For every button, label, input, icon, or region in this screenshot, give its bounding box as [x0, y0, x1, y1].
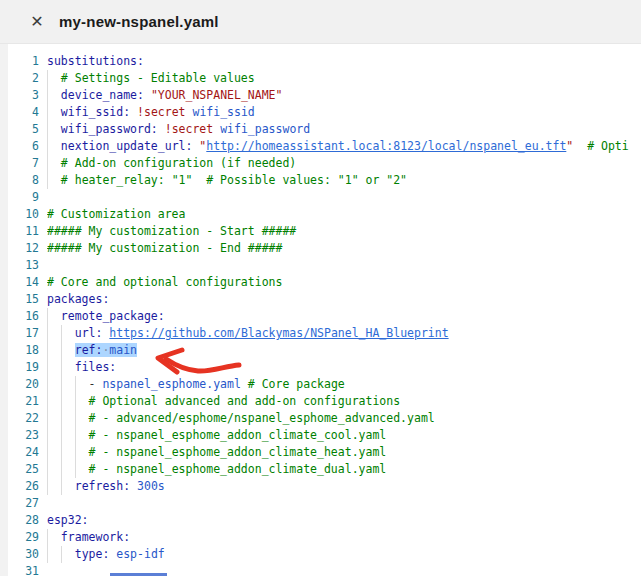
line-content[interactable]: framework:: [47, 529, 641, 546]
token-key: esp32:: [47, 513, 89, 527]
token-pl: [130, 105, 137, 119]
line-content[interactable]: ##### My customization - End #####: [47, 240, 641, 257]
line-content[interactable]: # - advanced/esphome/nspanel_esphome_adv…: [47, 410, 641, 427]
token-pl: [47, 445, 89, 459]
line-content[interactable]: wifi_ssid: !secret wifi_ssid: [47, 104, 641, 121]
code-editor[interactable]: 1substitutions:2 # Settings - Editable v…: [0, 44, 641, 576]
line-content[interactable]: [47, 257, 641, 274]
line-content[interactable]: # Optional advanced and add-on configura…: [47, 393, 641, 410]
indent-guide: [75, 444, 76, 461]
line-content[interactable]: # Add-on configuration (if needed): [47, 155, 641, 172]
indent-guide: [75, 427, 76, 444]
token-lnk: https://github.com/Blackymas/NSPanel_HA_…: [109, 326, 448, 340]
code-line-29[interactable]: 29 framework:: [0, 529, 641, 546]
token-val: nspanel_esphome.yaml: [102, 377, 240, 391]
token-key: substitutions:: [47, 54, 144, 68]
line-content[interactable]: nextion_update_url: "http://homeassistan…: [47, 138, 641, 155]
code-line-28[interactable]: 28esp32:: [0, 512, 641, 529]
editor-tab-bar: ✕ my-new-nspanel.yaml: [0, 0, 641, 44]
code-line-27[interactable]: 27: [0, 495, 641, 512]
indent-guide: [47, 427, 48, 444]
token-pl: [47, 394, 89, 408]
code-line-13[interactable]: 13: [0, 257, 641, 274]
indent-guide: [75, 410, 76, 427]
code-line-21[interactable]: 21 # Optional advanced and add-on config…: [0, 393, 641, 410]
token-tag: !secret: [165, 122, 213, 136]
code-line-18[interactable]: 18 ref:·main: [0, 342, 641, 359]
line-content[interactable]: substitutions:: [47, 53, 641, 70]
editor-left-margin: [0, 44, 8, 576]
line-content[interactable]: [47, 189, 641, 206]
line-content[interactable]: wifi_password: !secret wifi_password: [47, 121, 641, 138]
code-line-3[interactable]: 3 device_name: "YOUR_NSPANEL_NAME": [0, 87, 641, 104]
token-val: 300s: [137, 479, 165, 493]
token-val: wifi_ssid: [192, 105, 254, 119]
line-content[interactable]: url: https://github.com/Blackymas/NSPane…: [47, 325, 641, 342]
token-lnk: http://homeassistant.local:8123/local/ns…: [206, 139, 566, 153]
line-content[interactable]: esp32:: [47, 512, 641, 529]
token-key: framework:: [61, 530, 130, 544]
code-line-5[interactable]: 5 wifi_password: !secret wifi_password: [0, 121, 641, 138]
token-pl: [47, 88, 61, 102]
code-line-8[interactable]: 8 # heater_relay: "1" # Possible values:…: [0, 172, 641, 189]
line-content[interactable]: # - nspanel_esphome_addon_climate_cool.y…: [47, 427, 641, 444]
indent-guide: [47, 359, 48, 376]
code-line-16[interactable]: 16 remote_package:: [0, 308, 641, 325]
code-line-10[interactable]: 10# Customization area: [0, 206, 641, 223]
code-line-20[interactable]: 20 - nspanel_esphome.yaml # Core package: [0, 376, 641, 393]
code-line-17[interactable]: 17 url: https://github.com/Blackymas/NSP…: [0, 325, 641, 342]
indent-guide: [61, 376, 62, 393]
code-line-6[interactable]: 6 nextion_update_url: "http://homeassist…: [0, 138, 641, 155]
line-content[interactable]: # Settings - Editable values: [47, 70, 641, 87]
code-line-30[interactable]: 30 type: esp-idf: [0, 546, 641, 563]
code-line-25[interactable]: 25 # - nspanel_esphome_addon_climate_dua…: [0, 461, 641, 478]
token-val: wifi_password: [220, 122, 310, 136]
token-cmt: ##### My customization - End #####: [47, 241, 282, 255]
code-line-1[interactable]: 1substitutions:: [0, 53, 641, 70]
indent-guide: [47, 325, 48, 342]
code-line-14[interactable]: 14# Core and optional configurations: [0, 274, 641, 291]
token-key: wifi_ssid:: [61, 105, 130, 119]
code-line-12[interactable]: 12##### My customization - End #####: [0, 240, 641, 257]
line-content[interactable]: refresh: 300s: [47, 478, 641, 495]
line-content[interactable]: remote_package:: [47, 308, 641, 325]
line-content[interactable]: ref:·main: [47, 342, 641, 359]
line-content[interactable]: device_name: "YOUR_NSPANEL_NAME": [47, 87, 641, 104]
code-line-4[interactable]: 4 wifi_ssid: !secret wifi_ssid: [0, 104, 641, 121]
line-content[interactable]: ##### My customization - Start #####: [47, 223, 641, 240]
line-content[interactable]: - nspanel_esphome.yaml # Core package: [47, 376, 641, 393]
line-content[interactable]: # - nspanel_esphome_addon_climate_dual.y…: [47, 461, 641, 478]
token-cmt: # Customization area: [47, 207, 185, 221]
token-cmt: # - advanced/esphome/nspanel_esphome_adv…: [89, 411, 435, 425]
token-cmt: # Add-on configuration (if needed): [61, 156, 296, 170]
token-key: refresh:: [75, 479, 130, 493]
code-line-23[interactable]: 23 # - nspanel_esphome_addon_climate_coo…: [0, 427, 641, 444]
line-content[interactable]: # Customization area: [47, 206, 641, 223]
code-line-7[interactable]: 7 # Add-on configuration (if needed): [0, 155, 641, 172]
line-content[interactable]: # heater_relay: "1" # Possible values: "…: [47, 172, 641, 189]
code-line-22[interactable]: 22 # - advanced/esphome/nspanel_esphome_…: [0, 410, 641, 427]
code-line-26[interactable]: 26 refresh: 300s: [0, 478, 641, 495]
indent-guide: [47, 172, 48, 189]
code-line-11[interactable]: 11##### My customization - Start #####: [0, 223, 641, 240]
line-content[interactable]: [47, 495, 641, 512]
code-line-24[interactable]: 24 # - nspanel_esphome_addon_climate_hea…: [0, 444, 641, 461]
indent-guide: [47, 342, 48, 359]
token-pl: [47, 377, 89, 391]
token-cmt: # Settings - Editable values: [61, 71, 255, 85]
token-pl: [47, 530, 61, 544]
close-icon[interactable]: ✕: [28, 13, 46, 31]
line-content[interactable]: files:: [47, 359, 641, 376]
indent-guide: [47, 87, 48, 104]
code-line-2[interactable]: 2 # Settings - Editable values: [0, 70, 641, 87]
code-line-31[interactable]: 31: [0, 563, 641, 576]
line-content[interactable]: # Core and optional configurations: [47, 274, 641, 291]
indent-guide: [61, 478, 62, 495]
code-line-9[interactable]: 9: [0, 189, 641, 206]
token-cmt: # - nspanel_esphome_addon_climate_cool.y…: [89, 428, 387, 442]
line-content[interactable]: type: esp-idf: [47, 546, 641, 563]
code-line-15[interactable]: 15packages:: [0, 291, 641, 308]
code-line-19[interactable]: 19 files:: [0, 359, 641, 376]
line-content[interactable]: # - nspanel_esphome_addon_climate_heat.y…: [47, 444, 641, 461]
line-content[interactable]: packages:: [47, 291, 641, 308]
